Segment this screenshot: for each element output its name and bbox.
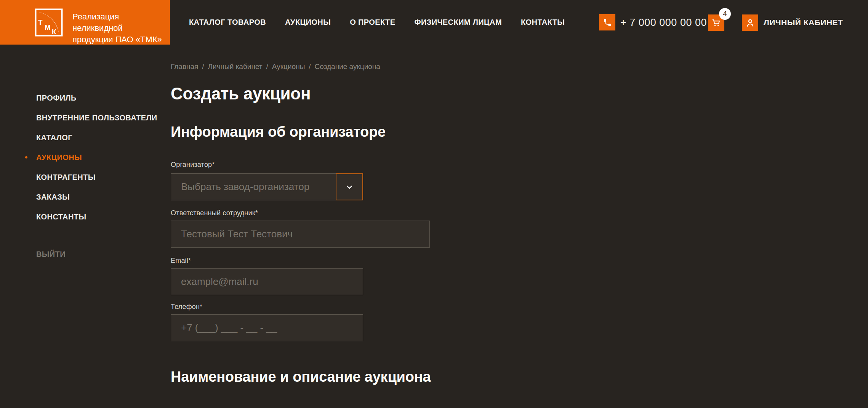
- sidebar-item-catalog[interactable]: КАТАЛОГ: [36, 133, 72, 142]
- tmk-logo-icon: Т М К: [35, 8, 63, 37]
- sidebar-item-contractors[interactable]: КОНТРАГЕНТЫ: [36, 173, 96, 182]
- section-title-auction-name: Наименование и описание аукциона: [171, 369, 431, 385]
- svg-text:Т: Т: [38, 18, 43, 26]
- user-icon: [745, 18, 755, 28]
- employee-field-label: Ответственный сотрудник*: [171, 209, 258, 217]
- nav-item-contacts[interactable]: КОНТАКТЫ: [521, 18, 565, 27]
- sidebar-logout-button[interactable]: ВЫЙТИ: [36, 250, 66, 259]
- account-button[interactable]: [742, 14, 758, 31]
- logo-link[interactable]: Т М К Реализация неликвидной продукции П…: [0, 0, 170, 45]
- svg-text:К: К: [52, 28, 56, 36]
- main-nav: КАТАЛОГ ТОВАРОВ АУКЦИОНЫ О ПРОЕКТЕ ФИЗИЧ…: [189, 0, 565, 45]
- employee-input[interactable]: [171, 221, 430, 248]
- nav-item-catalog[interactable]: КАТАЛОГ ТОВАРОВ: [189, 18, 266, 27]
- sidebar: ПРОФИЛЬ ВНУТРЕННИЕ ПОЛЬЗОВАТЕЛИ КАТАЛОГ …: [0, 45, 170, 408]
- organizer-select: Выбрать завод-организатор: [171, 173, 363, 200]
- brand-tagline: Реализация неликвидной продукции ПАО «ТМ…: [72, 11, 164, 45]
- header: Т М К Реализация неликвидной продукции П…: [0, 0, 868, 45]
- nav-item-individuals[interactable]: ФИЗИЧЕСКИМ ЛИЦАМ: [414, 18, 502, 27]
- sidebar-item-auctions[interactable]: АУКЦИОНЫ: [36, 153, 82, 162]
- sidebar-item-constants[interactable]: КОНСТАНТЫ: [36, 212, 86, 221]
- cart-count-badge: 4: [719, 8, 731, 20]
- email-input[interactable]: [171, 268, 363, 295]
- breadcrumb-auctions[interactable]: Аукционы: [272, 62, 305, 71]
- main-content: Главная / Личный кабинет / Аукционы / Со…: [171, 45, 704, 408]
- brand-tagline-line2: продукции ПАО «ТМК»: [72, 34, 164, 45]
- phone-field-label: Телефон*: [171, 303, 202, 311]
- phone-number[interactable]: + 7 000 000 00 00: [620, 17, 707, 28]
- organizer-select-open-button[interactable]: [336, 173, 363, 200]
- nav-item-about[interactable]: О ПРОЕКТЕ: [350, 18, 395, 27]
- active-item-dot: [25, 156, 27, 158]
- sidebar-item-profile[interactable]: ПРОФИЛЬ: [36, 93, 77, 102]
- section-title-organizer-info: Информация об организаторе: [171, 124, 386, 140]
- sidebar-item-orders[interactable]: ЗАКАЗЫ: [36, 192, 70, 202]
- page: Т М К Реализация неликвидной продукции П…: [0, 0, 868, 408]
- organizer-field-label: Организатор*: [171, 161, 215, 169]
- phone-button[interactable]: [599, 14, 615, 30]
- breadcrumb-separator: /: [309, 62, 311, 71]
- page-title: Создать аукцион: [171, 84, 311, 103]
- account-label[interactable]: ЛИЧНЫЙ КАБИНЕТ: [764, 18, 843, 27]
- breadcrumb-current: Создание аукциона: [315, 62, 380, 71]
- svg-text:М: М: [45, 23, 51, 31]
- phone-input[interactable]: [171, 314, 363, 341]
- breadcrumb: Главная / Личный кабинет / Аукционы / Со…: [171, 62, 380, 71]
- brand-tagline-line1: Реализация неликвидной: [72, 11, 164, 34]
- cart-icon: [711, 18, 721, 28]
- breadcrumb-separator: /: [266, 62, 268, 71]
- breadcrumb-separator: /: [202, 62, 204, 71]
- sidebar-item-internal-users[interactable]: ВНУТРЕННИЕ ПОЛЬЗОВАТЕЛИ: [36, 113, 157, 122]
- organizer-select-value[interactable]: Выбрать завод-организатор: [171, 173, 363, 200]
- chevron-down-icon: [344, 182, 354, 192]
- email-field-label: Email*: [171, 257, 191, 265]
- nav-item-auctions[interactable]: АУКЦИОНЫ: [285, 18, 331, 27]
- breadcrumb-home[interactable]: Главная: [171, 62, 198, 71]
- phone-icon: [603, 18, 612, 27]
- breadcrumb-account[interactable]: Личный кабинет: [208, 62, 263, 71]
